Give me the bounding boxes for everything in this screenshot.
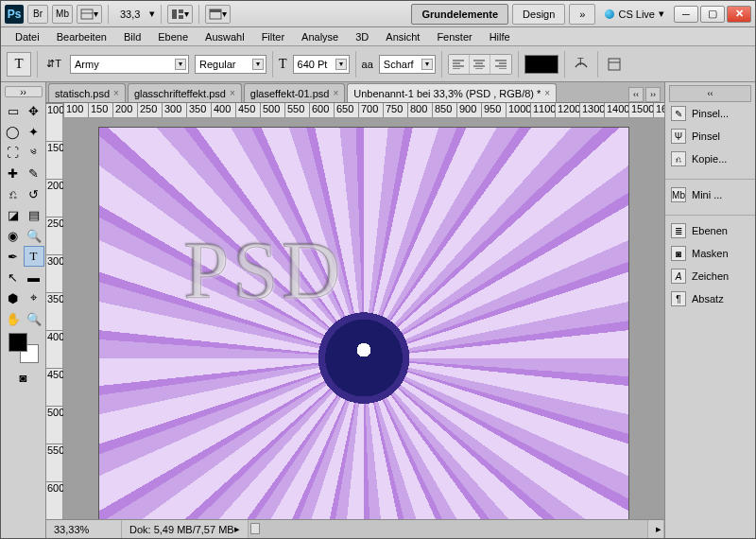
tab-prev[interactable]: ‹‹: [628, 87, 644, 102]
panel-kopie[interactable]: ⎌Kopie...: [665, 148, 755, 170]
menu-bar: Datei Bearbeiten Bild Ebene Auswahl Filt…: [1, 27, 755, 46]
panel-masken[interactable]: ◙Masken: [665, 242, 755, 265]
move-tool[interactable]: ✥: [24, 100, 44, 121]
shape-tool[interactable]: ▬: [24, 267, 44, 287]
gradient-tool[interactable]: ▤: [24, 204, 44, 225]
dodge-tool[interactable]: 🔍: [24, 225, 44, 246]
tab-unbenannt[interactable]: Unbenannt-1 bei 33,3% (PSD , RGB/8) *×: [347, 83, 557, 102]
marquee-tool[interactable]: ▭: [3, 100, 24, 121]
align-center[interactable]: [470, 55, 490, 74]
workspace-more[interactable]: »: [569, 4, 595, 25]
zoom-level[interactable]: 33,3: [114, 9, 146, 20]
svg-rect-0: [81, 9, 93, 19]
align-right[interactable]: [490, 55, 511, 74]
right-panels: ‹‹ ✎Pinsel... ΨPinsel ⎌Kopie... MbMini .…: [664, 82, 755, 538]
hand-tool[interactable]: ✋: [3, 308, 24, 329]
document-area: statisch.psd× glasschrifteffekt.psd× gla…: [46, 82, 664, 538]
char-panel-icon[interactable]: [604, 54, 625, 75]
cslive-button[interactable]: CS Live ▾: [599, 8, 670, 20]
panel-ebenen[interactable]: ≣Ebenen: [665, 219, 755, 242]
panel-pinselpreset[interactable]: ✎Pinsel...: [665, 102, 755, 125]
status-doc[interactable]: Dok: 5,49 MB/7,57 MB ▸: [122, 520, 249, 538]
panel-pinsel[interactable]: ΨPinsel: [665, 125, 755, 148]
text-color-swatch[interactable]: [524, 55, 558, 74]
antialias-select[interactable]: Scharf▾: [379, 55, 436, 74]
chevron-down-icon[interactable]: ▾: [252, 59, 264, 70]
chevron-down-icon[interactable]: ▾: [421, 59, 433, 70]
status-zoom[interactable]: 33,33%: [46, 520, 122, 538]
font-size-select[interactable]: 640 Pt▾: [293, 55, 350, 74]
workspace-design[interactable]: Design: [512, 4, 565, 25]
wand-tool[interactable]: ✦: [24, 121, 44, 142]
window-minimize[interactable]: ─: [674, 6, 698, 23]
tab-glaseffekt[interactable]: glaseffekt-01.psd×: [244, 83, 345, 102]
tab-next[interactable]: ››: [645, 87, 661, 102]
menu-3d[interactable]: 3D: [347, 29, 377, 44]
3d-camera-tool[interactable]: ⌖: [24, 287, 44, 308]
menu-datei[interactable]: Datei: [7, 29, 48, 44]
paragraph-icon: ¶: [671, 291, 686, 306]
align-left[interactable]: [449, 55, 470, 74]
h-scrollbar[interactable]: [249, 520, 648, 538]
close-icon[interactable]: ×: [333, 88, 338, 98]
toolbox-collapse[interactable]: ››: [5, 86, 43, 97]
blur-tool[interactable]: ◉: [3, 225, 24, 246]
view-extras-button[interactable]: ▾: [77, 5, 102, 24]
type-tool-indicator[interactable]: T: [7, 52, 31, 77]
eyedropper-tool[interactable]: ༄: [24, 142, 44, 163]
fg-color[interactable]: [9, 333, 27, 352]
color-swatches[interactable]: [9, 333, 39, 363]
ruler-vertical[interactable]: 1001502002503003504004505005506006507007…: [46, 103, 63, 519]
menu-fenster[interactable]: Fenster: [428, 29, 480, 44]
menu-hilfe[interactable]: Hilfe: [481, 29, 519, 44]
close-icon[interactable]: ×: [230, 88, 235, 98]
pen-tool[interactable]: ✒: [3, 246, 24, 267]
history-brush-tool[interactable]: ↺: [24, 183, 44, 204]
menu-bild[interactable]: Bild: [115, 29, 149, 44]
tab-statisch[interactable]: statisch.psd×: [48, 83, 126, 102]
lasso-tool[interactable]: ◯: [3, 121, 24, 142]
zoom-tool[interactable]: 🔍: [24, 308, 44, 329]
menu-analyse[interactable]: Analyse: [293, 29, 347, 44]
font-family-select[interactable]: Army▾: [70, 55, 189, 74]
ruler-horizontal[interactable]: 1001502002503003504004505005506006507007…: [63, 103, 664, 118]
menu-ebene[interactable]: Ebene: [149, 29, 197, 44]
document-image: PSD: [99, 128, 628, 519]
menu-auswahl[interactable]: Auswahl: [197, 29, 253, 44]
workspace-grundelemente[interactable]: Grundelemente: [411, 4, 508, 25]
canvas[interactable]: PSD: [63, 118, 664, 519]
font-style-select[interactable]: Regular▾: [195, 55, 266, 74]
menu-bearbeiten[interactable]: Bearbeiten: [48, 29, 115, 44]
type-tool[interactable]: T: [24, 246, 44, 267]
menu-filter[interactable]: Filter: [253, 29, 293, 44]
panel-minibridge[interactable]: MbMini ...: [665, 183, 755, 206]
panel-expand[interactable]: ‹‹: [669, 85, 751, 102]
stamp-tool[interactable]: ⎌: [3, 183, 24, 204]
panel-absatz[interactable]: ¶Absatz: [665, 287, 755, 310]
quickmask-toggle[interactable]: ◙: [13, 367, 34, 388]
close-icon[interactable]: ×: [113, 88, 119, 98]
eraser-tool[interactable]: ◪: [3, 204, 24, 225]
toolbox: ›› ▭✥ ◯✦ ⛶༄ ✚✎ ⎌↺ ◪▤ ◉🔍 ✒T ↖▬ ⬢⌖ ✋🔍 ◙: [1, 82, 46, 538]
scroll-right[interactable]: ▸: [648, 520, 664, 538]
orientation-icon[interactable]: ⇵T: [43, 54, 64, 75]
menu-ansicht[interactable]: Ansicht: [377, 29, 428, 44]
chevron-down-icon[interactable]: ▾: [175, 59, 186, 70]
size-icon: T: [279, 57, 287, 72]
warp-text-icon[interactable]: T: [571, 54, 592, 75]
brush-tool[interactable]: ✎: [24, 163, 44, 183]
arrange-button[interactable]: ▾: [167, 5, 193, 24]
tab-glasschrift[interactable]: glasschrifteffekt.psd×: [128, 83, 242, 102]
heal-tool[interactable]: ✚: [3, 163, 24, 183]
panel-zeichen[interactable]: AZeichen: [665, 265, 755, 287]
crop-tool[interactable]: ⛶: [3, 142, 24, 163]
3d-tool[interactable]: ⬢: [3, 287, 24, 308]
window-maximize[interactable]: ▢: [700, 6, 725, 23]
path-tool[interactable]: ↖: [3, 267, 24, 287]
window-close[interactable]: ✕: [727, 6, 751, 23]
bridge-button[interactable]: Br: [27, 5, 48, 24]
minibridge-button[interactable]: Mb: [52, 5, 73, 24]
chevron-down-icon[interactable]: ▾: [335, 59, 347, 70]
close-icon[interactable]: ×: [544, 88, 550, 98]
screen-mode-button[interactable]: ▾: [205, 5, 231, 24]
